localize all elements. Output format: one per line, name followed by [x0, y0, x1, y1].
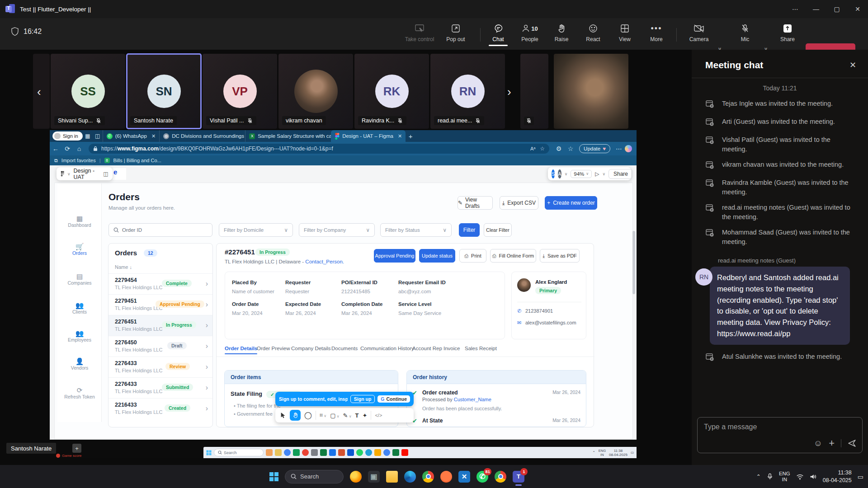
remote-app-icon[interactable]: [293, 449, 300, 456]
import-favorites-icon[interactable]: ⧉: [54, 158, 58, 164]
tab-account-rep[interactable]: Account Rep: [412, 346, 442, 351]
comment-tool-icon[interactable]: ◯: [304, 411, 312, 419]
frame-tool-icon[interactable]: ⌗ ∨: [320, 412, 326, 419]
sidebar-item-vendors[interactable]: 👤Vendors: [57, 358, 102, 371]
contact-email[interactable]: alex@vstatefilings.com: [525, 320, 576, 325]
figma-file-menu[interactable]: ∨ Design - UAT ◫: [57, 167, 113, 180]
export-csv-button[interactable]: ⤓Export CSV: [500, 196, 538, 210]
filter-button[interactable]: Filter: [459, 223, 480, 237]
copilot-icon[interactable]: [625, 145, 632, 152]
tab-close-icon[interactable]: ✕: [398, 133, 402, 139]
camera-button[interactable]: Camera: [683, 23, 715, 42]
remote-app-icon[interactable]: [356, 449, 363, 456]
brave-icon[interactable]: [440, 471, 452, 483]
order-row[interactable]: 2216433TL Flex Holdings LLCCreated›: [108, 398, 212, 419]
remote-app-icon[interactable]: [383, 449, 390, 456]
url-field[interactable]: https://www.figma.com/design/9BKQ0FOHRWa…: [89, 144, 549, 154]
window-menu-icon[interactable]: ⋯: [785, 0, 806, 18]
scroll-left-chevron[interactable]: ‹: [37, 85, 41, 99]
remote-app-icon[interactable]: [338, 449, 345, 456]
favorite-star-icon[interactable]: ☆: [540, 145, 545, 152]
video-tile[interactable]: SN Santosh Narate: [127, 54, 201, 129]
presenter-pin-button[interactable]: +: [72, 444, 81, 453]
view-drafts-button[interactable]: ✎View Drafts: [458, 196, 493, 210]
extensions-icon[interactable]: ⚙: [553, 145, 565, 152]
remote-search-box[interactable]: Search: [214, 449, 264, 456]
order-id-search[interactable]: Order ID: [108, 223, 212, 237]
remote-app-icon[interactable]: [302, 449, 309, 456]
update-status-button[interactable]: Update status: [419, 249, 455, 263]
create-new-order-button[interactable]: +Create new order: [545, 196, 597, 210]
send-icon[interactable]: [848, 439, 857, 448]
taskbar-search[interactable]: Search: [285, 470, 344, 483]
sidebar-item-dashboard[interactable]: ▦Dashboard: [57, 215, 102, 228]
remote-start-icon[interactable]: [207, 450, 212, 455]
chrome-icon[interactable]: [422, 471, 434, 483]
read-aloud-icon[interactable]: Aᵃ: [530, 146, 535, 151]
browser-menu-icon[interactable]: ⋯: [613, 145, 625, 152]
video-tile[interactable]: SS Shivani Sup...: [51, 54, 125, 129]
vscode-icon[interactable]: ✕: [458, 471, 470, 483]
video-tile[interactable]: vikram chavan: [278, 54, 353, 129]
sidebar-item-orders[interactable]: 🛒Orders: [57, 243, 102, 256]
remote-app-icon[interactable]: [365, 449, 372, 456]
order-row-selected[interactable]: 2276451TL Flex Holdings LLCIn Progress›: [108, 315, 212, 336]
contact-person-link[interactable]: Contact_Person.: [305, 259, 344, 264]
browser-update-button[interactable]: Update♥: [579, 144, 610, 153]
fill-online-form-button[interactable]: ⎙Fill Online Form: [490, 249, 536, 263]
more-button[interactable]: ••• More: [640, 23, 673, 42]
scroll-right-chevron[interactable]: ›: [507, 85, 511, 99]
chrome-icon[interactable]: [495, 471, 506, 483]
order-row[interactable]: 2276450TL Flex Holdings LLCDraft›: [108, 336, 212, 357]
print-button[interactable]: ⎙Print: [459, 249, 486, 263]
remote-app-icon[interactable]: [347, 449, 354, 456]
filter-company-dropdown[interactable]: Filter by Company∨: [299, 223, 375, 237]
order-row[interactable]: 2276433TL Flex Holdings LLCSubmitted›: [108, 377, 212, 398]
app-icon[interactable]: ▣: [368, 471, 380, 483]
wifi-icon[interactable]: [796, 474, 804, 480]
move-tool-icon[interactable]: [280, 412, 286, 419]
remote-app-icon[interactable]: [401, 449, 408, 456]
video-tile-small[interactable]: [520, 54, 548, 129]
filter-domicile-dropdown[interactable]: Filter by Domicile∨: [219, 223, 293, 237]
video-tile[interactable]: VP Vishal Patil ...: [203, 54, 277, 129]
home-icon[interactable]: ⌂: [73, 145, 85, 152]
emoji-icon[interactable]: ☺: [814, 438, 822, 448]
new-tab-button[interactable]: +: [406, 132, 415, 140]
name-column-header[interactable]: Name ↓: [115, 264, 132, 270]
notification-center-icon[interactable]: ▭: [858, 473, 863, 480]
favorites-bar-icon[interactable]: ☆: [565, 145, 576, 152]
raise-hand-button[interactable]: Raise: [545, 23, 578, 42]
browser-tab[interactable]: ✆ (6) WhatsApp✕: [103, 130, 160, 142]
mic-button[interactable]: Mic: [729, 23, 761, 42]
edge-icon[interactable]: [404, 471, 416, 483]
maximize-button[interactable]: ▢: [826, 0, 847, 18]
chat-button[interactable]: Chat: [482, 23, 514, 42]
figma-signup-button[interactable]: Sign up: [350, 395, 375, 403]
tab-close-icon[interactable]: ✕: [151, 133, 156, 139]
remote-app-icon[interactable]: [374, 449, 381, 456]
actions-tool-icon[interactable]: ✦: [363, 412, 368, 419]
clock[interactable]: 11:3808-04-2025: [823, 469, 852, 484]
view-button[interactable]: View: [609, 23, 641, 42]
refresh-icon[interactable]: ⟳: [61, 145, 73, 152]
text-tool-icon[interactable]: T: [355, 412, 359, 419]
order-row[interactable]: 2279454TL Flex Holdings LLCComplete›: [108, 273, 212, 294]
remote-tray-chevron[interactable]: ⌃: [592, 450, 595, 455]
teams-icon[interactable]: T1: [513, 471, 524, 483]
dev-mode-icon[interactable]: </>: [375, 413, 382, 418]
remote-lang-indicator[interactable]: ENGIN: [599, 449, 606, 457]
remote-notifications-icon[interactable]: ▭: [631, 450, 634, 455]
minimize-button[interactable]: —: [806, 0, 826, 18]
attach-plus-icon[interactable]: +: [829, 437, 835, 449]
order-row[interactable]: 2279451TL Flex Holdings LLCApproval Pend…: [108, 294, 212, 315]
chevron-down-icon[interactable]: ∨: [602, 172, 605, 176]
zoom-level-dropdown[interactable]: 94%∨: [571, 170, 592, 178]
figma-share-button[interactable]: Share: [609, 169, 633, 179]
order-row[interactable]: 2276433TL Flex Holdings LLCReview›: [108, 357, 212, 377]
video-tile-camera-on[interactable]: [554, 54, 628, 129]
share-button[interactable]: Share: [771, 23, 804, 42]
sidebar-item-employees[interactable]: 👥Employees: [57, 330, 102, 343]
chat-message-input[interactable]: [704, 423, 821, 431]
remote-clock[interactable]: 11:3808-04-2025: [609, 449, 627, 457]
